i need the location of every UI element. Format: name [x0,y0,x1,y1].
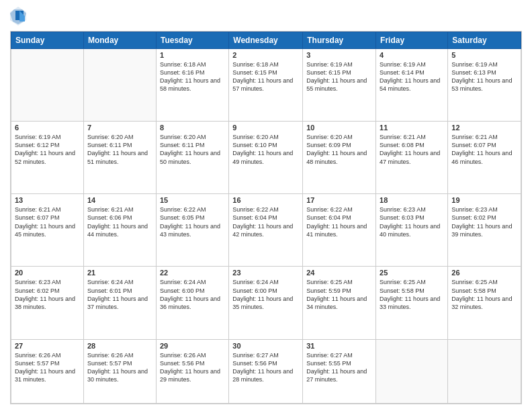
week-row-4: 27Sunrise: 6:26 AMSunset: 5:57 PMDayligh… [11,339,521,403]
cal-cell-3-6: 26Sunrise: 6:25 AMSunset: 5:58 PMDayligh… [448,267,521,339]
cal-cell-3-4: 24Sunrise: 6:25 AMSunset: 5:59 PMDayligh… [303,267,376,339]
cell-info: Sunrise: 6:21 AMSunset: 6:06 PMDaylight:… [87,205,152,238]
cell-date: 30 [232,342,299,350]
cal-cell-1-4: 10Sunrise: 6:20 AMSunset: 6:09 PMDayligh… [303,122,376,194]
cal-cell-1-5: 11Sunrise: 6:21 AMSunset: 6:08 PMDayligh… [376,122,448,194]
cal-cell-3-0: 20Sunrise: 6:23 AMSunset: 6:02 PMDayligh… [11,267,84,339]
day-header-sunday: Sunday [11,32,84,49]
cell-date: 15 [160,196,225,204]
cell-info: Sunrise: 6:22 AMSunset: 6:04 PMDaylight:… [232,205,299,238]
cell-info: Sunrise: 6:26 AMSunset: 5:56 PMDaylight:… [160,351,225,384]
cell-info: Sunrise: 6:23 AMSunset: 6:02 PMDaylight:… [451,205,517,238]
cal-cell-2-5: 18Sunrise: 6:23 AMSunset: 6:03 PMDayligh… [376,194,448,267]
cal-cell-3-3: 23Sunrise: 6:24 AMSunset: 6:00 PMDayligh… [229,267,303,339]
cell-info: Sunrise: 6:18 AMSunset: 6:16 PMDaylight:… [160,60,225,93]
cell-date: 12 [451,124,517,132]
cell-date: 29 [160,342,225,350]
cell-info: Sunrise: 6:20 AMSunset: 6:11 PMDaylight:… [87,133,152,166]
cal-cell-0-5: 4Sunrise: 6:19 AMSunset: 6:14 PMDaylight… [376,49,448,122]
calendar-header: SundayMondayTuesdayWednesdayThursdayFrid… [11,32,521,49]
cell-info: Sunrise: 6:23 AMSunset: 6:02 PMDaylight:… [15,278,80,311]
cell-info: Sunrise: 6:27 AMSunset: 5:56 PMDaylight:… [232,351,299,384]
cal-cell-0-2: 1Sunrise: 6:18 AMSunset: 6:16 PMDaylight… [156,49,228,122]
cell-date: 23 [232,269,299,277]
cell-date: 31 [306,342,372,350]
cell-date: 14 [87,196,152,204]
cell-date: 26 [451,269,517,277]
week-row-3: 20Sunrise: 6:23 AMSunset: 6:02 PMDayligh… [11,267,521,339]
cal-cell-0-1 [83,49,156,122]
cell-date: 10 [306,124,372,132]
cell-info: Sunrise: 6:22 AMSunset: 6:05 PMDaylight:… [160,205,225,238]
cell-info: Sunrise: 6:25 AMSunset: 5:59 PMDaylight:… [306,278,372,311]
cell-date: 22 [160,269,225,277]
cell-info: Sunrise: 6:26 AMSunset: 5:57 PMDaylight:… [87,351,152,384]
cal-cell-1-2: 8Sunrise: 6:20 AMSunset: 6:11 PMDaylight… [156,122,228,194]
cal-cell-1-6: 12Sunrise: 6:21 AMSunset: 6:07 PMDayligh… [448,122,521,194]
cell-date: 11 [380,124,444,132]
logo-icon [10,7,26,26]
cal-cell-0-0 [11,49,84,122]
cal-cell-2-6: 19Sunrise: 6:23 AMSunset: 6:02 PMDayligh… [448,194,521,267]
week-row-0: 1Sunrise: 6:18 AMSunset: 6:16 PMDaylight… [11,49,521,122]
cal-cell-2-4: 17Sunrise: 6:22 AMSunset: 6:04 PMDayligh… [303,194,376,267]
cell-date: 4 [380,51,444,59]
day-header-friday: Friday [376,32,448,49]
cal-cell-1-3: 9Sunrise: 6:20 AMSunset: 6:10 PMDaylight… [229,122,303,194]
cell-date: 13 [15,196,80,204]
cell-date: 25 [380,269,444,277]
cell-date: 3 [306,51,372,59]
cell-info: Sunrise: 6:26 AMSunset: 5:57 PMDaylight:… [15,351,80,384]
cell-date: 20 [15,269,80,277]
day-header-thursday: Thursday [303,32,376,49]
calendar: SundayMondayTuesdayWednesdayThursdayFrid… [10,31,522,404]
cal-cell-1-0: 6Sunrise: 6:19 AMSunset: 6:12 PMDaylight… [11,122,84,194]
cell-info: Sunrise: 6:22 AMSunset: 6:04 PMDaylight:… [306,205,372,238]
cell-info: Sunrise: 6:18 AMSunset: 6:15 PMDaylight:… [232,60,299,93]
cell-info: Sunrise: 6:27 AMSunset: 5:55 PMDaylight:… [306,351,372,384]
cell-date: 28 [87,342,152,350]
cell-info: Sunrise: 6:24 AMSunset: 6:00 PMDaylight:… [232,278,299,311]
cal-cell-4-2: 29Sunrise: 6:26 AMSunset: 5:56 PMDayligh… [156,339,228,403]
cell-info: Sunrise: 6:19 AMSunset: 6:14 PMDaylight:… [380,60,444,93]
cell-date: 6 [15,124,80,132]
day-header-tuesday: Tuesday [156,32,228,49]
cal-cell-2-3: 16Sunrise: 6:22 AMSunset: 6:04 PMDayligh… [229,194,303,267]
cell-info: Sunrise: 6:21 AMSunset: 6:07 PMDaylight:… [451,133,517,166]
cell-date: 19 [451,196,517,204]
cal-cell-4-1: 28Sunrise: 6:26 AMSunset: 5:57 PMDayligh… [83,339,156,403]
cal-cell-4-3: 30Sunrise: 6:27 AMSunset: 5:56 PMDayligh… [229,339,303,403]
cell-date: 1 [160,51,225,59]
cell-info: Sunrise: 6:19 AMSunset: 6:13 PMDaylight:… [451,60,517,93]
cell-info: Sunrise: 6:23 AMSunset: 6:03 PMDaylight:… [380,205,444,238]
cell-date: 24 [306,269,372,277]
page: SundayMondayTuesdayWednesdayThursdayFrid… [0,0,532,411]
cell-date: 16 [232,196,299,204]
cell-info: Sunrise: 6:24 AMSunset: 6:01 PMDaylight:… [87,278,152,311]
day-header-monday: Monday [83,32,156,49]
cell-info: Sunrise: 6:25 AMSunset: 5:58 PMDaylight:… [380,278,444,311]
cal-cell-4-4: 31Sunrise: 6:27 AMSunset: 5:55 PMDayligh… [303,339,376,403]
calendar-body: 1Sunrise: 6:18 AMSunset: 6:16 PMDaylight… [11,49,521,404]
cell-info: Sunrise: 6:21 AMSunset: 6:08 PMDaylight:… [380,133,444,166]
cell-info: Sunrise: 6:19 AMSunset: 6:12 PMDaylight:… [15,133,80,166]
cell-date: 7 [87,124,152,132]
week-row-2: 13Sunrise: 6:21 AMSunset: 6:07 PMDayligh… [11,194,521,267]
cell-info: Sunrise: 6:24 AMSunset: 6:00 PMDaylight:… [160,278,225,311]
cell-date: 17 [306,196,372,204]
cal-cell-2-2: 15Sunrise: 6:22 AMSunset: 6:05 PMDayligh… [156,194,228,267]
cell-date: 5 [451,51,517,59]
cal-cell-0-4: 3Sunrise: 6:19 AMSunset: 6:15 PMDaylight… [303,49,376,122]
cal-cell-0-6: 5Sunrise: 6:19 AMSunset: 6:13 PMDaylight… [448,49,521,122]
day-header-wednesday: Wednesday [229,32,303,49]
cal-cell-1-1: 7Sunrise: 6:20 AMSunset: 6:11 PMDaylight… [83,122,156,194]
cell-date: 27 [15,342,80,350]
cell-date: 21 [87,269,152,277]
header-row: SundayMondayTuesdayWednesdayThursdayFrid… [11,32,521,49]
cell-info: Sunrise: 6:20 AMSunset: 6:09 PMDaylight:… [306,133,372,166]
cal-cell-4-0: 27Sunrise: 6:26 AMSunset: 5:57 PMDayligh… [11,339,84,403]
cal-cell-4-5 [376,339,448,403]
cal-cell-3-5: 25Sunrise: 6:25 AMSunset: 5:58 PMDayligh… [376,267,448,339]
cell-date: 18 [380,196,444,204]
logo [10,7,29,26]
